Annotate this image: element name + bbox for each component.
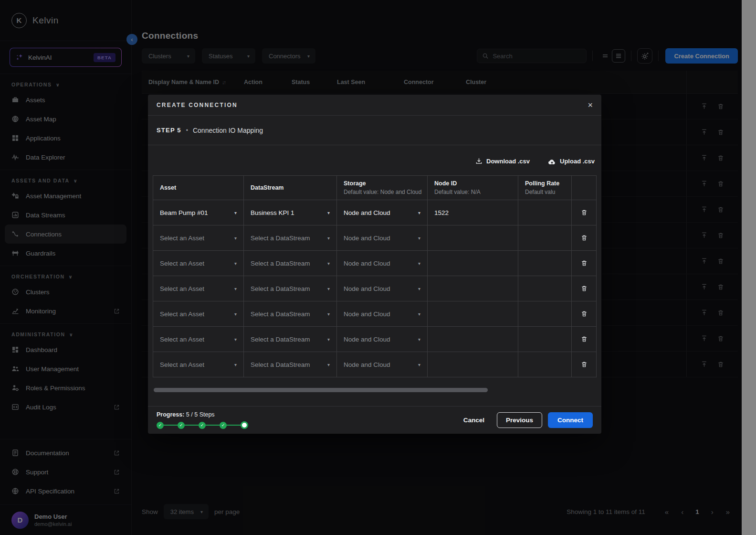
chevron-down-icon: ▾ [418,311,420,317]
asset-value: Select an Asset [160,361,204,368]
modal-header: CREATE CONNECTION × [148,95,601,116]
chevron-down-icon: ▾ [418,362,420,367]
close-icon: × [588,100,593,110]
delete-mapping-button[interactable] [581,310,588,317]
node-id-input[interactable]: 1522 [434,209,511,216]
column-polling-rate: Polling RateDefault valu [518,176,572,200]
datastream-select[interactable]: Select a DataStream▾ [251,336,330,343]
step-done-1: ✓ [157,422,164,429]
connect-button[interactable]: Connect [548,412,593,428]
trash-icon [581,260,588,267]
storage-value: Node and Cloud [344,260,390,267]
column-label: Polling Rate [525,180,565,187]
datastream-select[interactable]: Business KPI 1▾ [251,209,330,216]
chevron-down-icon: ▾ [327,261,330,266]
chevron-down-icon: ▾ [234,311,237,317]
delete-mapping-button[interactable] [581,361,588,368]
chevron-down-icon: ▾ [327,311,330,317]
close-button[interactable]: × [588,101,593,109]
asset-select[interactable]: Select an Asset▾ [160,336,237,343]
asset-select[interactable]: Select an Asset▾ [160,285,237,292]
asset-select[interactable]: Select an Asset▾ [160,235,237,242]
column-default-value: Default value: Node and Cloud [344,189,420,195]
upload-csv-button[interactable]: Upload .csv [548,158,595,165]
datastream-select[interactable]: Select a DataStream▾ [251,285,330,292]
io-mapping-row: Select an Asset▾ Select a DataStream▾ No… [153,225,596,251]
storage-value: Node and Cloud [344,209,390,216]
column-datastream: DataStream [244,176,337,200]
column-storage: StorageDefault value: Node and Cloud [337,176,428,200]
delete-mapping-button[interactable] [581,209,588,216]
datastream-select[interactable]: Select a DataStream▾ [251,361,330,368]
previous-button[interactable]: Previous [497,412,542,428]
io-mapping-row: Select an Asset▾ Select a DataStream▾ No… [153,352,596,377]
trash-icon [581,285,588,292]
asset-value: Select an Asset [160,310,204,318]
asset-value: Select an Asset [160,285,204,292]
delete-mapping-button[interactable] [581,336,588,342]
trash-icon [581,209,588,216]
step-connector [185,425,199,426]
asset-select[interactable]: Select an Asset▾ [160,361,237,368]
io-mapping-row: Select an Asset▾ Select a DataStream▾ No… [153,251,596,276]
column-label: Node ID [434,180,511,187]
storage-select[interactable]: Node and Cloud▾ [344,361,420,368]
cancel-button[interactable]: Cancel [456,413,492,428]
io-mapping-row: Select an Asset▾ Select a DataStream▾ No… [153,301,596,327]
storage-value: Node and Cloud [344,336,390,343]
asset-select[interactable]: Beam Pump #01▾ [160,209,237,216]
download-csv-label: Download .csv [486,158,530,165]
upload-cloud-icon [548,158,556,165]
column-node-id: Node IDDefault value: N/A [428,176,518,200]
datastream-select[interactable]: Select a DataStream▾ [251,310,330,318]
datastream-select[interactable]: Select a DataStream▾ [251,260,330,267]
step-title: Connection IO Mapping [193,127,263,134]
asset-value: Beam Pump #01 [160,209,208,216]
io-mapping-row: Select an Asset▾ Select a DataStream▾ No… [153,276,596,301]
check-icon: ✓ [158,423,162,428]
datastream-value: Select a DataStream [251,310,310,318]
asset-select[interactable]: Select an Asset▾ [160,310,237,318]
storage-select[interactable]: Node and Cloud▾ [344,310,420,318]
column-delete [572,176,597,200]
storage-select[interactable]: Node and Cloud▾ [344,285,420,292]
chevron-down-icon: ▾ [234,362,237,367]
storage-select[interactable]: Node and Cloud▾ [344,235,420,242]
chevron-down-icon: ▾ [234,261,237,266]
chevron-down-icon: ▾ [327,286,330,291]
io-mapping-row: Select an Asset▾ Select a DataStream▾ No… [153,327,596,352]
storage-value: Node and Cloud [344,235,390,242]
chevron-down-icon: ▾ [418,210,420,215]
asset-select[interactable]: Select an Asset▾ [160,260,237,267]
delete-mapping-button[interactable] [581,235,588,241]
chevron-down-icon: ▾ [418,235,420,241]
io-mapping-table: Asset DataStream StorageDefault value: N… [153,175,597,377]
step-label: STEP 5 [157,127,181,134]
chevron-down-icon: ▾ [418,286,420,291]
storage-select[interactable]: Node and Cloud▾ [344,260,420,267]
trash-icon [581,235,588,241]
asset-value: Select an Asset [160,235,204,242]
datastream-select[interactable]: Select a DataStream▾ [251,235,330,242]
chevron-down-icon: ▾ [234,235,237,241]
modal-title: CREATE CONNECTION [157,102,588,108]
chevron-down-icon: ▾ [327,337,330,342]
progress-stepper: ✓ ✓ ✓ ✓ [157,421,248,429]
progress-value: 5 / 5 Steps [186,411,215,418]
asset-value: Select an Asset [160,260,204,267]
delete-mapping-button[interactable] [581,260,588,267]
chevron-down-icon: ▾ [327,362,330,367]
column-label: DataStream [251,184,330,191]
app-root: K Kelvin KelvinAI BETA OPERATIONS ∨ As [0,0,756,535]
column-label: Asset [160,184,237,191]
chevron-down-icon: ▾ [234,210,237,215]
delete-mapping-button[interactable] [581,285,588,292]
storage-select[interactable]: Node and Cloud▾ [344,209,420,216]
storage-select[interactable]: Node and Cloud▾ [344,336,420,343]
scrollbar-thumb[interactable] [154,388,488,392]
asset-value: Select an Asset [160,336,204,343]
chevron-down-icon: ▾ [418,337,420,342]
storage-value: Node and Cloud [344,361,390,368]
download-csv-button[interactable]: Download .csv [475,158,530,165]
chevron-down-icon: ▾ [418,261,420,266]
